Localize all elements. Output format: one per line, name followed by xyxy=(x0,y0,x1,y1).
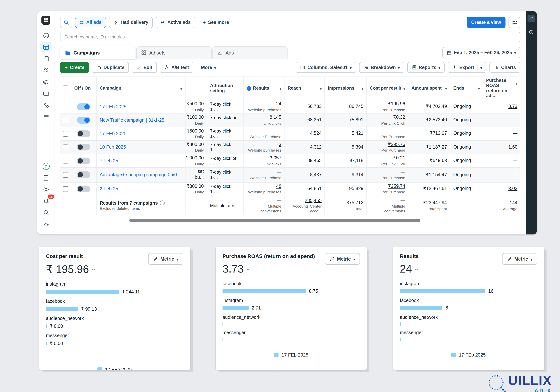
edit-pencil-icon[interactable] xyxy=(528,15,535,22)
table-row: 17 FEb 2025 ₹500.00Daily 7-day click, 1-… xyxy=(60,127,520,141)
ads-manager-window: ? 15 All ads Had delivery Active ads See… xyxy=(37,11,537,234)
roas-value: — xyxy=(513,117,518,123)
bar-audience-network xyxy=(46,324,47,328)
create-view-button[interactable]: Create a view xyxy=(467,17,506,28)
ab-test-button[interactable]: A/B test xyxy=(160,62,193,73)
tab-ads[interactable]: Ads xyxy=(212,46,288,59)
campaign-name-link[interactable]: 10 Feb 2025 xyxy=(100,145,182,150)
campaign-name-link[interactable]: 17 FEb 2025 xyxy=(100,131,182,136)
search-button[interactable] xyxy=(60,17,72,28)
impressions-value: 9,314 xyxy=(352,172,363,178)
megaphone-ads-icon[interactable] xyxy=(40,77,51,87)
campaign-toggle[interactable] xyxy=(77,117,90,124)
history-clock-icon[interactable] xyxy=(528,28,535,36)
charts-button[interactable]: Charts xyxy=(490,62,520,73)
columns-button[interactable]: Columns: Sales01 xyxy=(296,62,356,73)
search-icon[interactable] xyxy=(40,208,51,217)
audiences-icon[interactable] xyxy=(40,65,51,75)
search-input[interactable] xyxy=(60,32,520,42)
filter-sliders-button[interactable] xyxy=(509,17,520,28)
edit-button[interactable]: Edit xyxy=(132,62,157,73)
row-checkbox[interactable] xyxy=(63,104,68,110)
roas-value[interactable]: 3.73 xyxy=(508,104,518,110)
row-checkbox[interactable] xyxy=(63,186,68,192)
billing-card-icon[interactable] xyxy=(40,89,51,98)
duplicate-button[interactable]: Duplicate xyxy=(92,62,129,73)
campaign-toggle[interactable] xyxy=(77,130,90,137)
campaign-name-link[interactable]: Advantage+ shopping campaign 05/02/2025.… xyxy=(100,172,182,178)
campaign-toggle[interactable] xyxy=(77,171,90,178)
create-button[interactable]: Create xyxy=(60,62,89,73)
campaign-toggle[interactable] xyxy=(77,157,90,164)
amount-spent-value: ₹4,702.49 xyxy=(426,104,447,110)
home-smiley-icon[interactable] xyxy=(40,30,51,40)
header-reach[interactable]: Reach xyxy=(285,77,325,100)
bar-instagram xyxy=(222,306,249,310)
header-campaign[interactable]: Campaign xyxy=(97,77,186,100)
header-impressions[interactable]: Impressions xyxy=(325,77,367,100)
row-checkbox[interactable] xyxy=(63,172,68,178)
select-all-checkbox[interactable] xyxy=(63,85,68,91)
header-cost-per-result[interactable]: Cost per result xyxy=(367,77,409,100)
more-button[interactable]: More xyxy=(196,62,220,73)
horizontal-scrollbar[interactable] xyxy=(129,219,420,222)
menu-icon[interactable] xyxy=(40,112,51,121)
ads-manager-table-icon[interactable] xyxy=(40,42,51,52)
results-value[interactable]: 3,057 xyxy=(270,155,281,161)
metric-selector-button[interactable]: Metric xyxy=(148,253,183,265)
metric-card-cost-per-result: Cost per result ₹ 195.96-- Metric instag… xyxy=(39,247,190,370)
roas-value[interactable]: 1.60 xyxy=(508,144,518,150)
chevron-down-icon xyxy=(214,65,216,70)
metric-selector-button[interactable]: Metric xyxy=(325,253,360,265)
campaign-name-link[interactable]: 17 FEb 2025 xyxy=(100,104,182,109)
table-row: 7 Feb 25 1,000.00Daily 7-day click or ..… xyxy=(60,154,520,168)
tab-ad-sets[interactable]: Ad sets xyxy=(136,46,212,59)
chevron-down-icon xyxy=(362,86,363,91)
cost-per-result-value[interactable]: ₹259.74 xyxy=(388,183,405,189)
header-results[interactable]: Results xyxy=(244,77,285,100)
results-value[interactable]: 3 xyxy=(279,142,281,148)
pages-icon[interactable] xyxy=(40,54,51,63)
export-button[interactable]: Export xyxy=(448,62,487,73)
row-checkbox[interactable] xyxy=(63,144,68,150)
summary-reach[interactable]: 285,455 xyxy=(305,198,321,204)
roas-value: — xyxy=(513,158,518,164)
header-ends[interactable]: Ends xyxy=(450,77,483,100)
campaign-toggle[interactable] xyxy=(77,103,90,110)
settings-gear-icon[interactable] xyxy=(40,184,51,194)
campaign-name-link[interactable]: 2 Feb 25 xyxy=(100,186,182,191)
tab-campaigns[interactable]: Campaigns xyxy=(60,46,136,59)
notifications-bell-icon[interactable]: 15 xyxy=(40,196,51,206)
filter-active-ads[interactable]: Active ads xyxy=(156,17,195,28)
row-checkbox[interactable] xyxy=(63,131,68,136)
cost-per-result-value[interactable]: ₹195.96 xyxy=(388,101,405,107)
campaign-name-link[interactable]: New Traffic campaign | 31-1-25 xyxy=(100,118,182,123)
results-value[interactable]: 48 xyxy=(276,183,281,189)
row-checkbox[interactable] xyxy=(63,158,68,163)
campaign-toggle[interactable] xyxy=(77,186,90,192)
header-purchase-roas[interactable]: Purchase ROAS(return on ad... xyxy=(483,77,520,100)
results-value[interactable]: 24 xyxy=(276,101,281,107)
help-icon[interactable]: ? xyxy=(40,161,51,171)
filter-all-ads[interactable]: All ads xyxy=(75,17,106,28)
reports-button[interactable]: Reports xyxy=(407,62,445,73)
reports-doc-icon[interactable] xyxy=(40,173,51,182)
metric-card-results: Results 24-- Metric instagram16 facebook… xyxy=(393,247,544,370)
bug-report-icon[interactable] xyxy=(40,219,51,229)
business-settings-icon[interactable] xyxy=(40,100,51,110)
cost-per-result-value[interactable]: ₹395.76 xyxy=(388,142,405,148)
breakdown-button[interactable]: Breakdown xyxy=(359,62,404,73)
metric-selector-button[interactable]: Metric xyxy=(502,253,537,265)
roas-value[interactable]: 3.03 xyxy=(508,186,518,192)
chart-legend: 17 FEb 2025 xyxy=(46,367,183,370)
see-more-button[interactable]: See more xyxy=(198,17,233,28)
chevron-down-icon xyxy=(177,256,179,261)
ends-value: Ongoing xyxy=(453,158,480,164)
campaign-name-link[interactable]: 7 Feb 25 xyxy=(100,158,182,163)
filter-had-delivery[interactable]: Had delivery xyxy=(109,17,153,28)
campaign-toggle[interactable] xyxy=(77,144,90,151)
row-checkbox[interactable] xyxy=(63,117,68,123)
date-range-picker[interactable]: Feb 1, 2025 – Feb 26, 2025 xyxy=(442,47,520,58)
workspace-avatar[interactable] xyxy=(41,16,50,25)
header-amount-spent[interactable]: Amount spent xyxy=(409,77,450,100)
